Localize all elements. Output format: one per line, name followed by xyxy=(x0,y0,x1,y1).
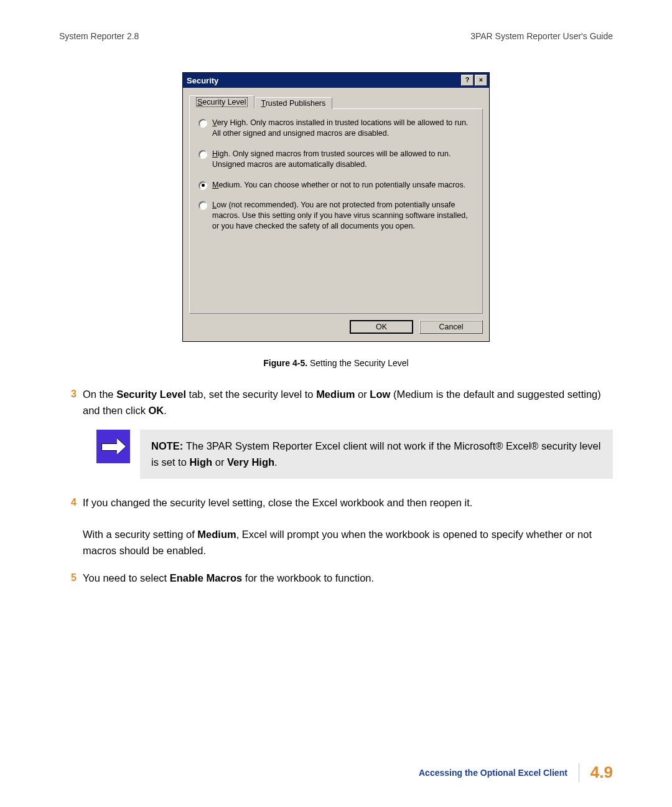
security-dialog: Security ? × Security Level Trusted Publ… xyxy=(182,72,490,342)
tab-panel: Very High. Only macros installed in trus… xyxy=(189,108,483,314)
page-number: 4.9 xyxy=(590,763,613,782)
tab-strip: Security Level Trusted Publishers xyxy=(189,94,483,109)
radio-icon xyxy=(198,181,207,190)
tab-trusted-publishers[interactable]: Trusted Publishers xyxy=(254,97,333,109)
step-3: 3 On the Security Level tab, set the sec… xyxy=(59,387,613,418)
step-4: 4 If you changed the security level sett… xyxy=(59,495,613,559)
note-block: NOTE: The 3PAR System Reporter Excel cli… xyxy=(96,430,613,479)
dialog-titlebar: Security ? × xyxy=(183,73,489,88)
radio-icon xyxy=(198,150,207,159)
radio-medium[interactable]: Medium. You can choose whether or not to… xyxy=(198,180,474,191)
footer-section-link: Accessing the Optional Excel Client xyxy=(419,768,567,778)
radio-low[interactable]: Low (not recommended). You are not prote… xyxy=(198,200,474,232)
radio-very-high[interactable]: Very High. Only macros installed in trus… xyxy=(198,118,474,139)
step-5: 5 You need to select Enable Macros for t… xyxy=(59,570,613,587)
figure-caption: Figure 4-5. Setting the Security Level xyxy=(59,358,613,368)
dialog-title: Security xyxy=(187,76,218,85)
radio-icon xyxy=(198,201,207,210)
figure-image: Security ? × Security Level Trusted Publ… xyxy=(59,72,613,342)
radio-high[interactable]: High. Only signed macros from trusted so… xyxy=(198,149,474,170)
tab-security-level[interactable]: Security Level xyxy=(189,95,254,109)
ok-button[interactable]: OK xyxy=(350,320,413,334)
header-left: System Reporter 2.8 xyxy=(59,31,139,41)
help-icon[interactable]: ? xyxy=(461,75,474,86)
radio-icon xyxy=(198,119,207,128)
cancel-button[interactable]: Cancel xyxy=(419,320,483,334)
page-header: System Reporter 2.8 3PAR System Reporter… xyxy=(59,31,613,41)
note-arrow-icon xyxy=(96,430,130,463)
document-page: System Reporter 2.8 3PAR System Reporter… xyxy=(0,0,672,807)
header-right: 3PAR System Reporter User's Guide xyxy=(470,31,613,41)
close-icon[interactable]: × xyxy=(475,75,487,86)
page-footer: Accessing the Optional Excel Client 4.9 xyxy=(419,763,613,782)
